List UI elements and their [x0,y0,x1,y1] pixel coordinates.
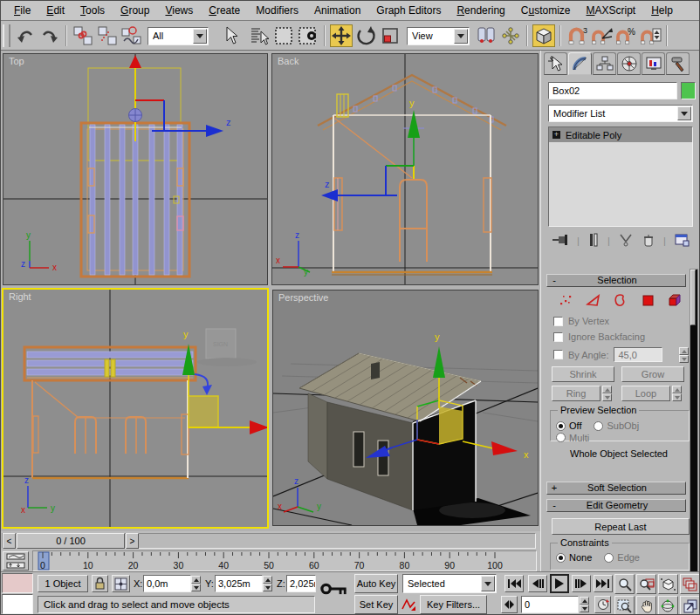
key-mode-toggle-button[interactable] [501,596,518,613]
arc-rotate-button[interactable] [658,596,678,615]
menu-graph-editors[interactable]: Graph Editors [368,1,449,21]
ring-button[interactable]: Ring [552,386,600,401]
menu-create[interactable]: Create [201,1,248,21]
loop-spinner[interactable] [672,386,682,401]
pin-stack-button[interactable] [552,233,569,249]
edit-geometry-rollout-header[interactable]: - Edit Geometry [546,499,686,512]
right-viewport-label[interactable]: Right [9,291,31,302]
z-coordinate-field[interactable]: 2,025m [286,575,316,592]
vertex-subobject-button[interactable] [559,294,573,309]
menu-animation[interactable]: Animation [306,1,368,21]
menu-help[interactable]: Help [643,1,681,21]
soft-selection-rollout-header[interactable]: + Soft Selection [546,482,686,495]
y-spinner[interactable] [263,576,272,591]
key-filters-button[interactable]: Key Filters... [420,595,487,614]
menu-group[interactable]: Group [113,1,157,21]
constraint-radio-none[interactable] [556,553,566,563]
zoom-all-button[interactable] [636,574,656,594]
x-coordinate-field[interactable]: 0,0m [143,575,191,592]
perspective-viewport-label[interactable]: Perspective [278,292,328,303]
selection-rollout-header[interactable]: - Selection [546,274,686,287]
zoom-extents-button[interactable] [658,574,678,594]
loop-button[interactable]: Loop [621,386,670,401]
reference-coordinate-dropdown[interactable]: View [407,27,470,45]
menu-customize[interactable]: Customize [513,1,579,21]
next-frame-slider-button[interactable]: > [126,533,139,549]
modifier-stack-list[interactable]: Editable Poly [548,126,693,227]
tab-modify[interactable] [568,52,592,75]
perspective-viewport[interactable]: y x z x y Perspective [272,290,539,526]
menu-edit[interactable]: Edit [38,1,72,21]
menu-file[interactable]: File [6,1,38,21]
stack-item-editable-poly[interactable]: Editable Poly [549,127,692,142]
track-bar-ruler[interactable]: 0102030405060708090100 [32,550,537,571]
selection-filter-arrow[interactable] [193,29,207,44]
selected-filter-dropdown[interactable]: Selected [402,574,497,593]
menu-tools[interactable]: Tools [72,1,113,21]
current-frame-field[interactable]: 0 [521,596,579,613]
toolbar-grip[interactable] [3,24,10,47]
zoom-button[interactable] [614,574,635,594]
absolute-offset-toggle[interactable] [112,575,130,592]
select-and-move-button[interactable] [330,24,353,47]
menu-maxscript[interactable]: MAXScript [579,1,644,21]
object-name-field[interactable]: Box02 [548,82,677,99]
region-zoom-button[interactable] [614,596,635,615]
menu-views[interactable]: Views [157,1,201,21]
angle-snap-button[interactable] [590,24,613,47]
previous-frame-slider-button[interactable]: < [3,533,16,549]
tab-motion[interactable] [617,52,641,75]
grow-button[interactable]: Grow [621,366,684,382]
edge-subobject-button[interactable] [586,294,600,309]
border-subobject-button[interactable] [614,294,628,309]
polygon-subobject-button[interactable] [642,294,655,309]
make-unique-button[interactable] [618,233,634,249]
object-color-swatch[interactable] [681,82,696,99]
open-mini-curve-editor-button[interactable] [3,551,29,571]
reference-coordinate-arrow[interactable] [454,29,468,44]
modifier-list-dropdown[interactable]: Modifier List [548,105,693,122]
constraint-option-edge[interactable]: Edge [604,552,640,563]
percent-snap-button[interactable]: % [614,24,637,47]
time-configuration-button[interactable] [594,596,611,613]
selection-collapse-sign[interactable]: - [547,275,561,286]
back-viewport-canvas[interactable]: z y z x y [272,54,538,284]
go-to-start-button[interactable] [504,575,524,592]
constraint-radio-edge[interactable] [604,553,614,563]
ignore-backfacing-checkbox[interactable] [553,332,563,342]
modifier-list-arrow[interactable] [677,106,691,120]
default-tangents-button[interactable] [401,597,416,612]
set-key-button[interactable]: Set Key [354,595,398,614]
redo-button[interactable] [38,24,61,47]
frame-spinner[interactable] [580,597,589,612]
maxscript-mini-listener-pink[interactable] [2,573,33,593]
undo-button[interactable] [14,24,37,47]
right-viewport[interactable]: SIGN [2,288,269,529]
soft-selection-collapse-sign[interactable]: + [547,482,561,494]
back-viewport[interactable]: z y z x y Back [271,53,539,285]
preview-radio-off[interactable] [556,421,566,431]
menu-rendering[interactable]: Rendering [449,1,512,21]
tab-utilities[interactable] [666,52,690,75]
maxscript-mini-listener-white[interactable] [2,594,33,614]
shrink-button[interactable]: Shrink [552,366,614,382]
tab-hierarchy[interactable] [593,52,616,75]
preview-radio-multi[interactable] [556,433,566,442]
go-to-end-button[interactable] [594,575,613,592]
keyboard-shortcut-override-button[interactable] [532,24,555,47]
next-frame-button[interactable] [572,575,591,592]
perspective-viewport-canvas[interactable]: y x z x y [273,290,538,525]
preview-option-subobj[interactable]: SubObj [594,420,639,431]
by-angle-field[interactable]: 45,0 [614,347,662,362]
ring-spinner[interactable] [602,386,612,401]
select-and-scale-button[interactable] [379,24,401,47]
configure-modifier-sets-button[interactable] [674,233,690,249]
spinner-snap-button[interactable] [639,24,662,47]
play-animation-button[interactable] [550,574,569,593]
constraint-option-none[interactable]: None [556,552,592,563]
rectangular-selection-region-button[interactable] [272,24,295,47]
select-and-rotate-button[interactable] [354,24,377,47]
select-object-button[interactable] [219,24,242,47]
select-and-manipulate-button[interactable] [499,24,522,47]
selection-filter-dropdown[interactable]: All [148,27,209,45]
